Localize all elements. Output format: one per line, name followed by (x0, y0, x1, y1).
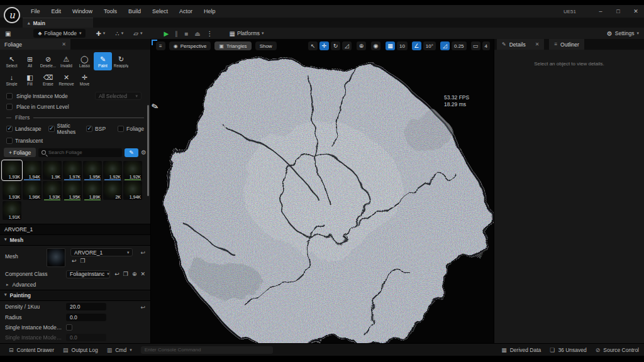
menu-tools[interactable]: Tools (98, 8, 123, 14)
single-instance-override-checkbox[interactable] (66, 324, 72, 331)
save-icon[interactable]: ▣ (5, 30, 11, 37)
menu-select[interactable]: Select (147, 8, 174, 14)
mesh-section-header[interactable]: ▾ Mesh (0, 234, 150, 246)
console-command-input[interactable] (145, 347, 269, 353)
painting-section-header[interactable]: ▾ Painting (0, 290, 150, 301)
browse-class-icon[interactable]: ❐ (123, 271, 128, 277)
menu-file[interactable]: File (25, 8, 46, 14)
add-foliage-button[interactable]: + Foliage (4, 148, 36, 157)
platforms-dropdown[interactable]: ▦ Platforms ▾ (230, 30, 264, 37)
tab-foliage[interactable]: Foliage ✕ (0, 39, 70, 50)
panel-scrollbar[interactable] (147, 105, 149, 196)
foliage-tool-reapply[interactable]: ↻ Reapply (112, 52, 130, 70)
foliage-mesh-item[interactable]: 1,9K (43, 161, 62, 180)
blueprints-button[interactable]: ∴ ▾ (115, 30, 123, 37)
mesh-asset-dropdown[interactable]: ARVORE_1 ▾ (70, 248, 133, 256)
mesh-thumbnail[interactable] (47, 248, 65, 267)
source-control-button[interactable]: ⊘ Source Control (596, 347, 639, 353)
browse-asset-icon[interactable]: ❐ (80, 258, 86, 264)
foliage-mesh-item[interactable]: 1,94K (123, 181, 142, 200)
settings-dropdown[interactable]: ⚙ Settings ▾ (607, 30, 639, 37)
grid-snap-icon[interactable]: ▦ (386, 41, 395, 50)
foliage-tool-move[interactable]: ✛ Move (75, 70, 94, 89)
foliage-mesh-item[interactable]: 1,94K (23, 161, 42, 180)
scale-mode-icon[interactable]: ◿ (342, 41, 352, 50)
perspective-dropdown[interactable]: ◉ Perspective (169, 41, 211, 50)
close-icon[interactable]: ✕ (62, 41, 66, 47)
tab-main-level[interactable]: ▴ Main (23, 18, 93, 28)
scale-snap-icon[interactable]: ◿ (440, 41, 450, 50)
show-dropdown[interactable]: Show (255, 41, 277, 50)
grid-snap-value[interactable]: 10 (397, 41, 408, 50)
add-class-icon[interactable]: ⊕ (132, 271, 137, 277)
clear-class-icon[interactable]: ✕ (140, 271, 145, 277)
foliage-tool-deselect[interactable]: ⊘ Desele... (39, 52, 57, 70)
menu-window[interactable]: Window (67, 8, 98, 14)
foliage-mesh-item[interactable]: 1,96K (23, 181, 42, 200)
radius-input[interactable]: 0.0 (66, 314, 106, 321)
foliage-mesh-item[interactable]: 1,93K (3, 161, 21, 180)
foliage-tool-lasso[interactable]: ◯ Lasso (75, 52, 94, 70)
filter-landscape-checkbox[interactable] (6, 126, 13, 132)
reset-to-default-icon[interactable]: ↩ (140, 250, 145, 267)
foliage-mesh-item[interactable]: 1,95K (83, 161, 102, 180)
cmd-dropdown[interactable]: ▥ Cmd ▾ (107, 347, 132, 353)
camera-speed-icon[interactable]: ▭ (471, 41, 480, 50)
level-viewport[interactable]: ≡ ◉ Perspective ▣ Triangles Show ↖ ✛ ↻ ◿ (151, 39, 494, 343)
camera-speed-value[interactable]: 4 (482, 41, 490, 50)
view-mode-dropdown[interactable]: ▣ Triangles (214, 41, 251, 50)
foliage-mesh-item[interactable]: 1,89K (83, 181, 102, 200)
foliage-tool-invalid[interactable]: ⚠ Invalid (57, 52, 75, 70)
play-options-icon[interactable]: ⋮ (207, 30, 213, 37)
rotation-snap-value[interactable]: 10° (423, 41, 436, 50)
unsaved-changes-button[interactable]: ❏ 36 Unsaved (550, 347, 586, 353)
foliage-tool-select[interactable]: ↖ Select (3, 52, 21, 70)
density-input[interactable]: 20.0 (66, 303, 106, 310)
filter-translucent-checkbox[interactable] (6, 138, 13, 144)
output-log-button[interactable]: ▤ Output Log (63, 347, 98, 353)
filter-bsp-checkbox[interactable] (86, 126, 92, 132)
add-actor-button[interactable]: ✚ ▾ (96, 30, 105, 37)
unreal-engine-logo[interactable]: u (4, 7, 20, 23)
foliage-mesh-item[interactable]: 1,95K (63, 181, 82, 200)
foliage-mesh-item[interactable]: 1,93K (3, 181, 21, 200)
foliage-tool-paint[interactable]: ✎ Paint (94, 52, 112, 70)
rotate-mode-icon[interactable]: ↻ (331, 41, 340, 50)
foliage-tool-single[interactable]: ↓ Single (3, 70, 21, 89)
eject-button[interactable]: ⏏ (194, 30, 200, 37)
menu-build[interactable]: Build (123, 8, 147, 14)
content-drawer-button[interactable]: ⊟ Content Drawer (9, 347, 54, 353)
menu-help[interactable]: Help (198, 8, 221, 14)
tab-details[interactable]: ✎ Details ✕ (497, 39, 544, 50)
editor-mode-dropdown[interactable]: ♣ Foliage Mode ▾ (33, 29, 86, 38)
frame-skip-button[interactable]: ∥ (175, 30, 178, 37)
play-button[interactable]: ▶ (164, 30, 169, 37)
world-space-toggle-icon[interactable]: ⊕ (357, 41, 366, 50)
scale-snap-value[interactable]: 0.25 (452, 41, 467, 50)
minimize-button[interactable]: – (596, 8, 605, 14)
menu-actor[interactable]: Actor (174, 8, 198, 14)
foliage-mesh-item[interactable]: 1,97K (63, 161, 82, 180)
close-icon[interactable]: ✕ (535, 41, 540, 47)
foliage-mesh-item[interactable]: 1,92K (123, 161, 142, 180)
translate-mode-icon[interactable]: ✛ (319, 41, 329, 50)
place-in-current-level-checkbox[interactable] (6, 104, 13, 110)
foliage-settings-gear-icon[interactable]: ⚙ (141, 149, 147, 156)
foliage-tool-fill[interactable]: ◧ Fill (21, 70, 39, 89)
foliage-render[interactable] (151, 39, 494, 343)
component-class-dropdown[interactable]: FoliageInstanc ▾ (66, 270, 110, 278)
close-button[interactable]: ✕ (631, 8, 640, 14)
paint-brush-toggle-button[interactable]: ✎ (125, 148, 138, 157)
foliage-tool-erase[interactable]: ⌫ Erase (39, 70, 57, 89)
stop-button[interactable]: ■ (184, 30, 188, 37)
use-selected-asset-icon[interactable]: ↩ (72, 258, 77, 264)
foliage-mesh-item[interactable]: 1,91K (3, 201, 21, 220)
cinematics-button[interactable]: ▱ ▾ (133, 30, 142, 37)
single-instance-mode-checkbox[interactable] (6, 93, 13, 99)
foliage-mesh-item[interactable]: 2K (103, 181, 122, 200)
foliage-tool-all[interactable]: ⊞ All (21, 52, 39, 70)
use-selected-class-icon[interactable]: ↩ (114, 271, 119, 277)
mesh-advanced-expander[interactable]: ▸ Advanced (0, 280, 150, 290)
rotation-snap-icon[interactable]: ∠ (412, 41, 421, 50)
select-mode-icon[interactable]: ↖ (308, 41, 318, 50)
